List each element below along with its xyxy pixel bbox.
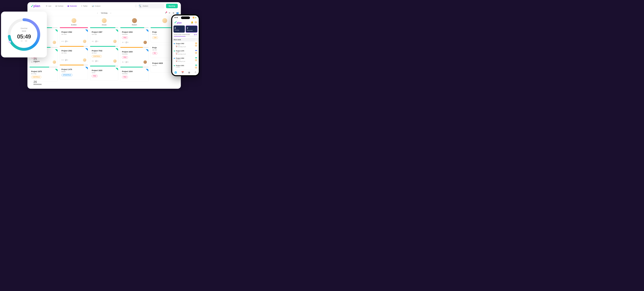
nav-analyse[interactable]: 📊Analyse xyxy=(92,5,100,7)
task-pill xyxy=(195,58,197,58)
card-avatar xyxy=(83,40,86,43)
card-corner xyxy=(55,69,58,72)
kanban-board: Carlijn Project 1047 Janzen PRIO⬆ 2💬 2 P… xyxy=(28,16,181,89)
project-card[interactable]: Project 1675 de Jong CONTROLE xyxy=(30,69,58,82)
project-card[interactable]: Project 1476 Mulder UITGESTELD xyxy=(60,67,88,80)
upload-icon: ⬆ 2 xyxy=(31,61,34,63)
task-avatar xyxy=(195,52,197,54)
card-tag: UITGESTELD xyxy=(62,74,72,76)
day-marker-26: 26 WOENSDAG xyxy=(34,80,42,85)
column-avatar xyxy=(162,18,167,23)
nav-kanban[interactable]: ▥Kanban xyxy=(56,5,64,7)
card-subtitle: van Dijk xyxy=(92,34,116,35)
card-avatar xyxy=(53,60,56,64)
timer-elapsed: 05:49 xyxy=(17,33,31,40)
upload-icon: ⬆ 3 xyxy=(62,59,64,61)
progress-bar xyxy=(90,66,118,66)
puzzle-icon[interactable]: ✚ xyxy=(172,12,174,14)
expand-icon[interactable]: ⛶ xyxy=(135,5,137,7)
project-card[interactable]: Project 1834 Hendriks PRIO⬆ 2💬 2 xyxy=(120,29,148,46)
card-title: Project 1834 xyxy=(122,70,147,72)
stat-today[interactable]: 2 Vandaag xyxy=(174,26,185,32)
filter-icon[interactable]: ▼ xyxy=(164,12,166,14)
phone-avatar[interactable] xyxy=(194,21,197,24)
nav-kalender[interactable]: ▦Kalender xyxy=(68,5,77,7)
task-date: 📅 Maandag 24 juli xyxy=(176,54,194,55)
project-card[interactable]: Project 1820 Groot PRIO xyxy=(90,68,118,81)
search-box[interactable]: 🔍 xyxy=(139,4,164,8)
bell-icon[interactable]: 🔔 xyxy=(191,21,193,24)
task-date: 📅 Dinsdag 25 juli xyxy=(176,61,194,62)
day-marker-25: 25 DINSDAG xyxy=(34,57,40,62)
project-card[interactable]: Project 1834 Hendriks PRIO xyxy=(120,69,148,82)
comment-icon: 💬 6 xyxy=(65,40,68,42)
nav-tijdlijn[interactable]: ≡Tijdlijn xyxy=(81,5,88,7)
globe-icon[interactable]: 🌐 xyxy=(174,71,177,74)
timer-estimate: 08:00 xyxy=(17,30,31,32)
timer-handle[interactable] xyxy=(9,41,11,43)
card-title: Project 7542 xyxy=(92,50,116,52)
column-avatar xyxy=(72,18,76,23)
task-pill xyxy=(195,50,197,51)
card-subtitle: de Vries xyxy=(62,34,86,35)
next-icon[interactable]: › xyxy=(110,12,111,14)
project-card[interactable]: Project 1987 van Dijk ⬆ 2💬 2 xyxy=(90,29,118,45)
card-subtitle: Hendriks xyxy=(122,73,147,74)
task-item[interactable]: Project 1552 Meulman 📅 Dinsdag 25 juli xyxy=(172,56,199,64)
task-subtitle: Meulman xyxy=(176,59,194,60)
today-label[interactable]: Vandaag xyxy=(101,12,108,14)
task-status-dot xyxy=(174,65,175,66)
comment-icon: 💬 2 xyxy=(95,40,98,42)
timer-label: Geschat xyxy=(17,27,31,29)
upload-icon: ⬆ 2 xyxy=(122,42,124,43)
progress-bar xyxy=(120,47,148,48)
card-subtitle: Groot xyxy=(92,72,116,74)
card-corner xyxy=(116,30,118,32)
mobile-phone: 10:42 📶 🔋 ✓plan 🔔 2 Vandaag 7 Deze week … xyxy=(171,14,200,76)
timer-widget: Geschat 08:00 05:49 UUMM xyxy=(1,12,47,58)
comment-icon: 💬 2 xyxy=(126,42,128,43)
card-corner xyxy=(146,69,148,72)
project-card[interactable]: Project 1562 de Vries ⬆ 3💬 6 xyxy=(60,29,88,45)
prev-icon[interactable]: ‹ xyxy=(97,12,98,14)
task-item[interactable]: Project 1831 Embsen xyxy=(172,64,199,70)
card-tag: PRIO xyxy=(122,56,128,58)
signal-icon: 📶 🔋 xyxy=(193,17,197,18)
board-column: Robert Project 1834 Hendriks PRIO⬆ 2💬 2 … xyxy=(120,18,148,87)
timer-icon[interactable]: ⏱ xyxy=(194,71,196,74)
task-status-dot xyxy=(174,43,175,44)
task-item[interactable]: Project 1562 de Vries 📅 Maandag 24 juli xyxy=(172,42,199,49)
grid-icon[interactable]: ▦ xyxy=(188,71,190,74)
card-tag: PRIO xyxy=(122,36,128,39)
progress-bar xyxy=(90,27,118,28)
backlog-button[interactable]: Backlog xyxy=(166,4,178,8)
card-subtitle: Mulder xyxy=(62,71,86,72)
card-title: Project 1675 xyxy=(31,70,56,72)
card-avatar xyxy=(113,40,116,43)
project-card[interactable]: Project 7542 de Boer CONTROLE⬆ 3💬 6 xyxy=(90,48,118,64)
column-avatar xyxy=(132,18,137,23)
subheader: ‹ Vandaag › ▼ 👁 ✚ 👥 xyxy=(28,10,181,16)
card-tag: PRIO xyxy=(122,76,128,78)
card-tag: PRIO xyxy=(92,75,98,77)
task-title: Project 1831 xyxy=(176,65,194,66)
task-subtitle: Mulder xyxy=(176,52,194,53)
phone-bottom-nav: 🌐 📅 ▦ ⏱ xyxy=(172,70,199,75)
project-card[interactable]: Project 1834 Hendriks PRIO⬆ 2💬 2 xyxy=(120,49,148,66)
card-corner xyxy=(146,49,148,52)
stat-week[interactable]: 7 Deze week xyxy=(186,26,198,32)
progress-bar xyxy=(60,46,88,47)
card-corner xyxy=(116,68,118,70)
search-input[interactable] xyxy=(141,5,166,7)
card-corner xyxy=(85,67,88,70)
progress-bar xyxy=(120,27,148,28)
task-item[interactable]: Project 1476 Mulder 📅 Maandag 24 juli xyxy=(172,49,199,56)
eye-icon[interactable]: 👁 xyxy=(168,12,170,14)
task-date: 📅 Maandag 24 juli xyxy=(176,46,194,48)
calendar-icon[interactable]: 📅 xyxy=(181,71,184,74)
project-card[interactable]: Project 1562 de Vries ⬆ 3💬 6 xyxy=(60,48,88,63)
nav-lijst[interactable]: ☰Lijst xyxy=(46,5,51,7)
people-icon[interactable]: 👥 xyxy=(176,12,179,14)
column-name: Robert xyxy=(120,24,148,26)
card-title: Project 1834 xyxy=(122,31,147,33)
